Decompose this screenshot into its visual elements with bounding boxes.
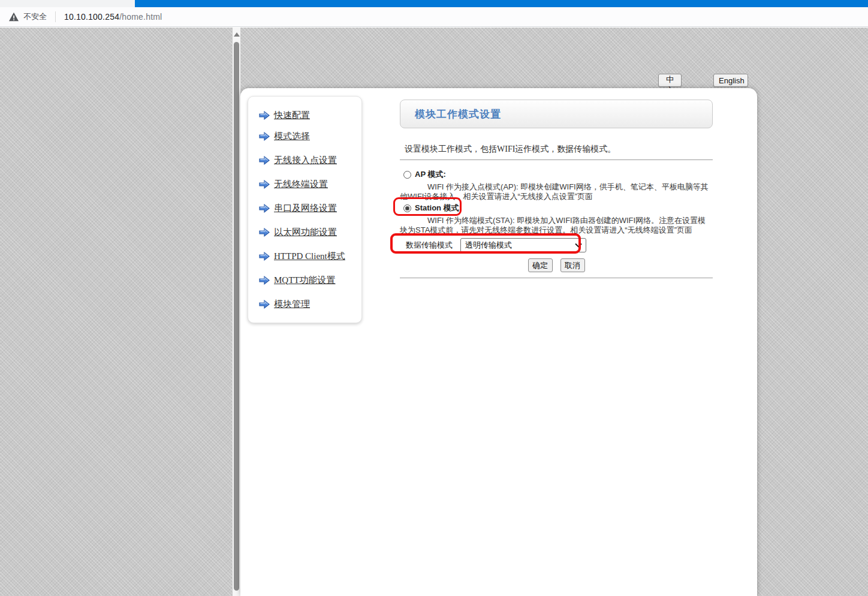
station-mode-row: Station 模式:	[400, 203, 713, 213]
sidebar-item-mode-select[interactable]: 模式选择	[259, 130, 361, 142]
sidebar-item-label: 无线接入点设置	[274, 155, 337, 166]
arrow-icon	[259, 252, 270, 261]
arrow-icon	[259, 132, 270, 141]
selected-option: 透明传输模式	[465, 240, 575, 251]
sidebar-item-sta-settings[interactable]: 无线终端设置	[259, 178, 361, 190]
url-host[interactable]: 10.10.100.254	[64, 12, 119, 22]
chevron-down-icon	[575, 243, 582, 248]
cancel-button[interactable]: 取消	[560, 258, 585, 272]
sidebar-item-label: 以太网功能设置	[274, 227, 337, 238]
page-title-box: 模块工作模式设置	[400, 100, 713, 128]
browser-window: 不安全 10.10.100.254/home.html 中文 English 快…	[0, 0, 868, 596]
sidebar-item-label: 串口及网络设置	[274, 203, 337, 214]
page-title: 模块工作模式设置	[400, 107, 501, 121]
station-mode-radio[interactable]	[403, 204, 411, 212]
station-mode-description: WIFI 作为终端模式(STA): 即模块加入WIFI路由器创建的WIFI网络。…	[400, 216, 713, 235]
content-panel: 快速配置 模式选择 无线接入点设置 无线终端设置 串口及网络设置	[240, 88, 757, 596]
ap-mode-row: AP 模式:	[400, 169, 713, 180]
sidebar-item-ethernet[interactable]: 以太网功能设置	[259, 226, 361, 238]
arrow-icon	[259, 228, 270, 237]
sidebar-item-quick-config[interactable]: 快速配置	[259, 109, 361, 121]
sidebar-item-label: MQTT功能设置	[274, 275, 336, 286]
vertical-scrollbar[interactable]	[233, 28, 240, 596]
ap-mode-label[interactable]: AP 模式:	[415, 169, 446, 180]
station-mode-label[interactable]: Station 模式:	[415, 203, 462, 213]
browser-tab[interactable]	[0, 0, 135, 7]
browser-toolbar: 不安全 10.10.100.254/home.html	[0, 7, 868, 27]
language-english-button[interactable]: English	[713, 74, 748, 87]
divider	[400, 159, 713, 160]
sidebar-item-serial-network[interactable]: 串口及网络设置	[259, 202, 361, 214]
sidebar-item-module-manage[interactable]: 模块管理	[259, 298, 361, 310]
scrollbar-up-arrow-icon[interactable]	[234, 32, 240, 37]
scrollbar-thumb[interactable]	[234, 42, 239, 591]
data-transfer-label: 数据传输模式	[406, 240, 453, 251]
arrow-icon	[259, 276, 270, 285]
arrow-icon	[259, 156, 270, 165]
url-path[interactable]: /home.html	[119, 12, 162, 22]
ap-mode-radio[interactable]	[403, 171, 411, 179]
arrow-icon	[259, 300, 270, 309]
arrow-icon	[259, 204, 270, 213]
confirm-button[interactable]: 确定	[528, 258, 553, 272]
arrow-icon	[259, 180, 270, 189]
sidebar-item-ap-settings[interactable]: 无线接入点设置	[259, 154, 361, 166]
browser-tab-strip	[0, 0, 868, 7]
ap-mode-description: WIFI 作为接入点模式(AP): 即模块创建WIFI网络，供手机、笔记本、平板…	[400, 182, 713, 201]
sidebar-item-label: 模块管理	[274, 299, 310, 310]
address-bar-divider	[55, 11, 56, 22]
main-content: 模块工作模式设置 设置模块工作模式，包括WIFI运作模式，数据传输模式。 AP …	[400, 88, 713, 278]
page-background: 中文 English 快速配置 模式选择 无线接入点设置	[0, 28, 868, 596]
security-warning-label[interactable]: 不安全	[23, 11, 47, 22]
sidebar-item-label: 快速配置	[274, 110, 310, 121]
data-transfer-row: 数据传输模式 透明传输模式	[400, 237, 713, 253]
sidebar-item-label: 模式选择	[274, 131, 310, 142]
sidebar-menu: 快速配置 模式选择 无线接入点设置 无线终端设置 串口及网络设置	[248, 96, 362, 323]
arrow-icon	[259, 111, 270, 120]
security-warning-icon[interactable]	[8, 12, 19, 22]
divider	[400, 278, 713, 278]
sidebar-item-label: HTTPD Client模式	[274, 251, 345, 262]
sidebar-item-httpd-client[interactable]: HTTPD Client模式	[259, 250, 361, 262]
sidebar-item-mqtt[interactable]: MQTT功能设置	[259, 274, 361, 286]
sidebar-item-label: 无线终端设置	[274, 179, 328, 190]
address-bar-url[interactable]: 10.10.100.254/home.html	[64, 12, 162, 22]
data-transfer-mode-select[interactable]: 透明传输模式	[460, 238, 586, 252]
language-chinese-button[interactable]: 中文	[658, 74, 682, 87]
form-buttons: 确定 取消	[400, 258, 713, 272]
page-intro-text: 设置模块工作模式，包括WIFI运作模式，数据传输模式。	[400, 145, 713, 154]
